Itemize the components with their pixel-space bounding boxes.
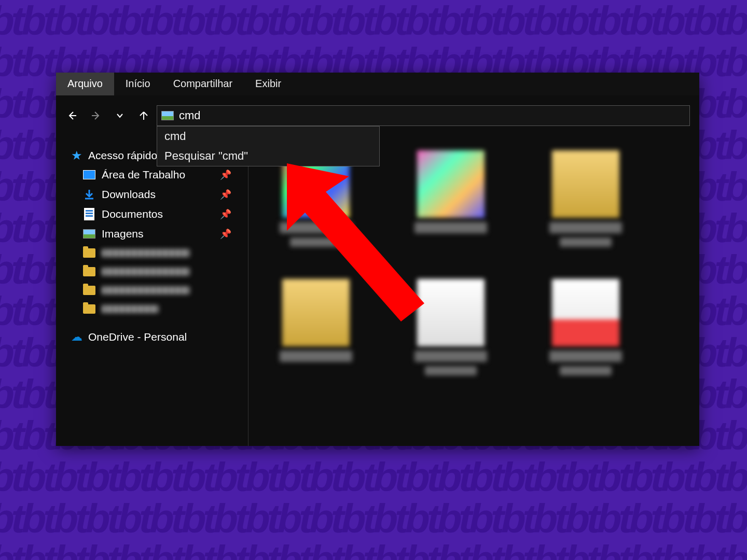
file-label-blurred — [280, 222, 352, 233]
sidebar-onedrive[interactable]: ☁ OneDrive - Personal — [71, 328, 243, 346]
star-icon: ★ — [71, 150, 83, 161]
folder-icon — [83, 286, 95, 295]
forward-button[interactable] — [85, 105, 107, 127]
file-item[interactable] — [534, 150, 638, 270]
file-item[interactable] — [534, 279, 638, 398]
folder-thumbnail — [552, 279, 619, 346]
menu-home[interactable]: Início — [114, 73, 162, 95]
file-item[interactable] — [264, 150, 368, 270]
pin-icon: 📌 — [220, 228, 231, 240]
sidebar-item-label-blurred — [102, 249, 190, 257]
menu-file[interactable]: Arquivo — [56, 73, 114, 95]
sidebar-item-label: Downloads — [102, 188, 156, 201]
pin-icon: 📌 — [220, 208, 231, 220]
sidebar-item-documents[interactable]: Documentos 📌 — [71, 204, 243, 224]
arrow-right-icon — [91, 110, 101, 121]
file-item[interactable] — [399, 150, 503, 270]
sidebar-item-label-blurred — [102, 268, 190, 276]
sidebar-item-label-blurred — [102, 305, 159, 313]
address-bar[interactable]: cmd Pesquisar "cmd" — [157, 105, 690, 126]
sidebar-item-downloads[interactable]: Downloads 📌 — [71, 185, 243, 204]
sidebar-item-label: Imagens — [102, 228, 144, 240]
nav-row: cmd Pesquisar "cmd" — [56, 102, 699, 130]
file-label-blurred — [549, 351, 622, 362]
menu-share[interactable]: Compartilhar — [162, 73, 244, 95]
up-button[interactable] — [133, 105, 155, 127]
menu-view[interactable]: Exibir — [244, 73, 293, 95]
sidebar-item-label: Documentos — [102, 208, 163, 220]
chevron-down-icon — [116, 112, 123, 119]
explorer-window: Arquivo Início Compartilhar Exibir cmd P… — [56, 73, 699, 446]
sidebar-item-label: Área de Trabalho — [102, 169, 185, 181]
arrow-up-icon — [139, 110, 149, 121]
sidebar-item-folder[interactable] — [71, 262, 243, 281]
sidebar-item-folder[interactable] — [71, 244, 243, 262]
pin-icon: 📌 — [220, 189, 231, 200]
folder-thumbnail — [552, 150, 619, 218]
file-item[interactable] — [264, 279, 368, 398]
content-area[interactable] — [248, 130, 699, 446]
sidebar: ★ Acesso rápido Área de Trabalho 📌 Downl… — [56, 130, 248, 446]
back-button[interactable] — [61, 105, 83, 127]
file-item[interactable] — [399, 279, 503, 398]
file-label-blurred — [290, 237, 342, 247]
location-icon — [161, 111, 174, 120]
file-label-blurred — [414, 222, 487, 233]
menubar: Arquivo Início Compartilhar Exibir — [56, 73, 699, 95]
pin-icon: 📌 — [220, 169, 231, 180]
folder-thumbnail — [417, 279, 485, 346]
address-suggest-item[interactable]: cmd — [157, 127, 379, 146]
file-label-blurred — [414, 351, 487, 362]
file-label-blurred — [425, 366, 477, 375]
file-thumbnail — [417, 150, 485, 218]
folder-thumbnail — [282, 279, 350, 346]
file-label-blurred — [549, 222, 622, 233]
sidebar-item-desktop[interactable]: Área de Trabalho 📌 — [71, 165, 243, 185]
file-label-blurred — [280, 351, 352, 362]
sidebar-item-label-blurred — [102, 286, 190, 295]
file-label-blurred — [560, 366, 612, 375]
address-input[interactable] — [179, 109, 685, 122]
folder-icon — [83, 267, 95, 276]
address-suggest-dropdown: cmd Pesquisar "cmd" — [157, 126, 380, 166]
sidebar-item-folder[interactable] — [71, 300, 243, 318]
document-icon — [84, 208, 94, 220]
sidebar-item-folder[interactable] — [71, 281, 243, 300]
sidebar-label: OneDrive - Personal — [88, 331, 187, 343]
sidebar-item-images[interactable]: Imagens 📌 — [71, 224, 243, 244]
recent-dropdown-button[interactable] — [109, 105, 131, 127]
images-icon — [83, 229, 95, 239]
cloud-icon: ☁ — [71, 331, 83, 343]
folder-icon — [83, 304, 95, 314]
sidebar-label: Acesso rápido — [88, 149, 157, 162]
desktop-icon — [83, 170, 95, 179]
arrow-left-icon — [67, 110, 77, 121]
file-label-blurred — [560, 237, 612, 247]
address-suggest-item[interactable]: Pesquisar "cmd" — [157, 146, 379, 166]
download-icon — [83, 189, 95, 200]
folder-icon — [83, 248, 95, 258]
